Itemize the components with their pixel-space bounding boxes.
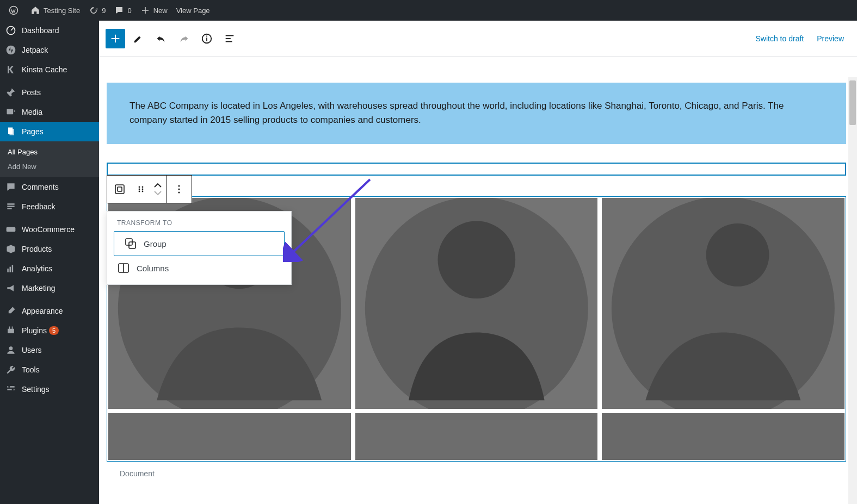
columns-icon [117,262,130,275]
popover-title: TRANSFORM TO [107,219,291,231]
gallery-cell[interactable] [355,413,598,460]
sidebar-label: Tools [22,365,40,374]
transform-option-group[interactable]: Group [114,231,285,256]
block-type-button[interactable] [107,176,132,203]
sidebar-label: Media [22,108,42,116]
svg-point-44 [178,185,180,186]
svg-rect-27 [355,198,598,409]
sidebar-label: Kinsta Cache [22,65,67,74]
submenu-all-pages[interactable]: All Pages [0,145,99,159]
transform-popover: TRANSFORM TO Group Columns [107,211,292,285]
admin-sidebar: Dashboard Jetpack Kinsta Cache Posts Med… [0,21,99,504]
svg-point-13 [9,346,13,350]
sidebar-item-kinsta[interactable]: Kinsta Cache [0,60,99,79]
sidebar-item-dashboard[interactable]: Dashboard [0,21,99,40]
pages-icon [5,126,16,137]
new-link[interactable]: New [136,0,172,21]
add-block-button[interactable] [106,29,125,48]
info-button[interactable] [197,29,217,48]
submenu-add-new[interactable]: Add New [0,159,99,174]
gallery-cell[interactable] [108,413,351,460]
sidebar-label: Appearance [22,307,63,315]
undo-button[interactable] [151,29,171,48]
sidebar-item-feedback[interactable]: Feedback [0,197,99,216]
sidebar-item-woocommerce[interactable]: WooCommerce [0,220,99,239]
sidebar-item-media[interactable]: Media [0,102,99,122]
sidebar-label: Users [22,346,42,354]
home-icon [30,5,40,15]
admin-toolbar: Testing Site 9 0 New View Page [0,0,857,21]
sidebar-item-jetpack[interactable]: Jetpack [0,40,99,60]
sidebar-label: Analytics [22,264,52,273]
sidebar-item-posts[interactable]: Posts [0,83,99,102]
svg-rect-36 [115,185,124,194]
move-up-down[interactable] [150,183,166,196]
transform-option-columns[interactable]: Columns [107,256,291,280]
comment-icon [114,5,124,15]
settings-icon [5,384,16,395]
svg-point-41 [142,189,144,190]
updates-count: 9 [102,7,106,15]
svg-point-28 [365,198,588,409]
submenu-label: Add New [8,163,36,171]
gallery-cell[interactable] [602,413,844,460]
sidebar-label: Feedback [22,202,55,211]
sidebar-label: Comments [22,183,59,191]
heading-block[interactable] [107,163,846,176]
svg-rect-19 [206,38,207,41]
scrollbar-thumb[interactable] [849,80,856,125]
plus-icon [140,5,150,15]
edit-mode-button[interactable] [128,29,148,48]
wp-logo[interactable] [4,0,26,21]
wrench-icon [5,364,16,375]
jetpack-icon [5,45,16,55]
comment-icon [5,182,16,192]
paragraph-block[interactable]: The ABC Company is located in Los Angele… [107,83,846,144]
switch-to-draft[interactable]: Switch to draft [749,34,811,43]
sidebar-item-products[interactable]: Products [0,239,99,259]
redo-button[interactable] [174,29,194,48]
editor-toolbar: Switch to draft Preview [99,21,857,57]
view-page-link[interactable]: View Page [172,0,214,21]
sidebar-item-marketing[interactable]: Marketing [0,278,99,298]
drag-handle[interactable] [132,176,150,203]
preview-link[interactable]: Preview [810,34,850,43]
sidebar-item-plugins[interactable]: Plugins5 [0,321,99,340]
svg-rect-37 [118,187,122,191]
outline-button[interactable] [220,29,239,48]
updates-link[interactable]: 9 [84,0,110,21]
new-label: New [153,7,168,15]
svg-rect-6 [7,203,14,205]
svg-rect-23 [226,41,232,42]
sidebar-label: Plugins [22,326,47,335]
site-link[interactable]: Testing Site [26,0,84,21]
sidebar-item-analytics[interactable]: Analytics [0,259,99,278]
more-options-button[interactable] [167,176,192,203]
plugins-badge: 5 [49,326,59,335]
products-icon [5,244,16,254]
sidebar-item-settings[interactable]: Settings [0,379,99,399]
comments-link[interactable]: 0 [110,0,135,21]
svg-point-0 [10,7,18,15]
sidebar-item-pages[interactable]: Pages [0,122,99,141]
sidebar-item-users[interactable]: Users [0,340,99,360]
sidebar-submenu: All Pages Add New [0,141,99,177]
gallery-cell[interactable] [602,198,844,409]
sidebar-item-appearance[interactable]: Appearance [0,301,99,321]
svg-rect-9 [7,227,16,232]
editor-canvas[interactable]: The ABC Company is located in Los Angele… [99,57,857,504]
svg-rect-34 [355,413,598,460]
svg-rect-21 [226,35,234,36]
sidebar-item-comments[interactable]: Comments [0,177,99,197]
scrollbar[interactable] [848,77,857,504]
svg-point-32 [706,223,769,287]
plugin-icon [5,325,16,336]
sidebar-label: Settings [22,385,50,394]
svg-rect-22 [226,38,231,39]
svg-rect-5 [10,129,14,135]
sidebar-item-tools[interactable]: Tools [0,360,99,379]
view-page-label: View Page [176,7,210,15]
gallery-cell[interactable] [355,198,598,409]
sidebar-label: Posts [22,88,41,97]
comments-count: 0 [127,7,131,15]
